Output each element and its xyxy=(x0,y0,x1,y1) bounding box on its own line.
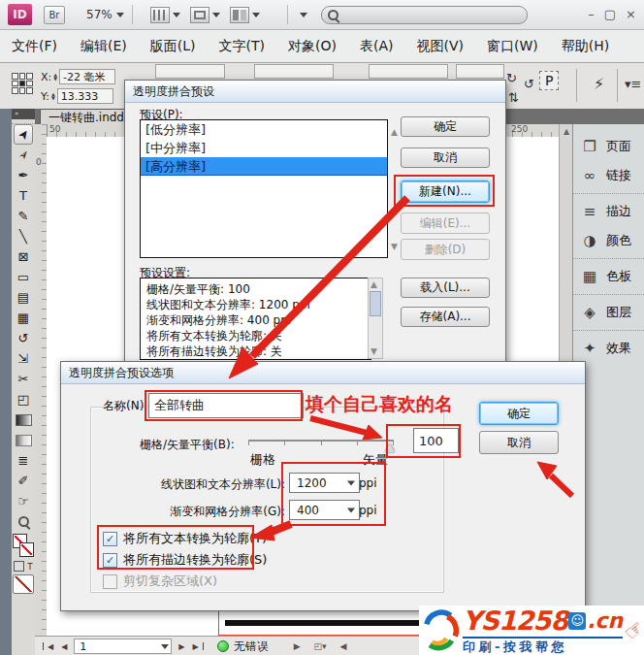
rotate-cw-icon[interactable]: ↻ xyxy=(506,71,517,85)
save-button[interactable]: 存储(A)... xyxy=(401,307,490,327)
presets-list[interactable]: [低分辨率] [中分辨率] [高分辨率] xyxy=(140,119,388,258)
direct-selection-tool[interactable]: ➢ xyxy=(14,145,33,165)
preflight-status-label[interactable]: 无错误 xyxy=(234,639,269,655)
preflight-status-icon[interactable] xyxy=(217,640,229,652)
menu-table[interactable]: 表(A) xyxy=(348,38,405,55)
delete-button[interactable]: 删除(D) xyxy=(401,239,490,260)
panel-tab-pages[interactable]: ❐ 页面 xyxy=(573,132,644,161)
frame-tool[interactable]: ⊠ xyxy=(14,246,33,267)
menu-file[interactable]: 文件(F) xyxy=(0,38,69,55)
line-tool[interactable]: ╲ xyxy=(14,226,33,246)
convert-strokes-checkbox[interactable]: ✓ 将所有描边转换为轮廓(S) xyxy=(103,551,267,569)
y-value-field[interactable]: 13.333 xyxy=(57,88,113,104)
quick-apply-icon[interactable]: ⚡ xyxy=(594,75,604,93)
scroll-up-icon[interactable]: ▲ xyxy=(370,279,377,289)
panel-tab-stroke[interactable]: ≡ 描边 xyxy=(573,197,644,226)
gradient-feather-tool[interactable] xyxy=(14,430,33,450)
menu-edit[interactable]: 编辑(E) xyxy=(69,38,139,55)
scroll-left-icon[interactable]: ◀ xyxy=(340,641,347,651)
gradient-tool[interactable] xyxy=(14,409,33,430)
save-indicator-icon[interactable]: ◰▾ xyxy=(314,641,327,651)
chevron-down-icon[interactable] xyxy=(252,13,260,17)
flip-icon[interactable]: ⇅ xyxy=(508,90,519,105)
scroll-down-icon[interactable]: ▼ xyxy=(391,242,398,251)
rotate-tool[interactable]: ↺ xyxy=(14,328,33,348)
panel-tab-links[interactable]: ∞ 链接 xyxy=(573,161,644,190)
ok-button[interactable]: 确定 xyxy=(479,402,559,425)
selection-tool[interactable]: ➤ xyxy=(14,124,33,145)
hand-tool[interactable]: ☞ xyxy=(14,491,33,511)
minimize-button[interactable]: – xyxy=(588,7,595,21)
x-value-field[interactable]: -22 毫米 xyxy=(59,69,115,84)
y-stepper[interactable]: ▲▼ xyxy=(51,92,55,100)
menu-window[interactable]: 窗口(W) xyxy=(475,38,550,55)
panel-tab-effects[interactable]: ✦ 效果 xyxy=(573,334,644,363)
balance-value-field[interactable]: 100 xyxy=(413,428,459,453)
list-item[interactable]: [低分辨率] xyxy=(141,120,387,139)
menu-object[interactable]: 对象(O) xyxy=(276,38,348,55)
formatting-affects-control[interactable]: T xyxy=(14,561,33,572)
pencil-tool[interactable]: ✎ xyxy=(14,206,33,226)
free-transform-tool[interactable]: ◰ xyxy=(14,389,33,409)
type-tool[interactable]: T xyxy=(14,185,33,206)
preflight-menu-icon[interactable]: ▶ xyxy=(294,641,301,651)
scroll-up-icon[interactable]: ▲ xyxy=(391,127,398,137)
convert-text-checkbox[interactable]: ✓ 将所有文本转换为轮廓(T) xyxy=(103,530,267,547)
scroll-thumb[interactable] xyxy=(370,291,381,316)
dialog-title-bar[interactable]: 透明度拼合预设选项 xyxy=(61,362,585,384)
arrange-documents-icon[interactable] xyxy=(230,7,249,23)
list-item[interactable]: [中分辨率] xyxy=(141,139,387,157)
search-input[interactable] xyxy=(321,6,528,24)
menu-type[interactable]: 文字(T) xyxy=(208,38,276,55)
x-stepper[interactable]: ▲▼ xyxy=(53,73,57,81)
control-panel-field[interactable] xyxy=(369,64,448,79)
scissors-tool[interactable]: ✂ xyxy=(14,369,33,389)
note-tool[interactable]: ≣ xyxy=(14,450,33,471)
close-button[interactable]: × xyxy=(626,7,636,21)
gradient-resolution-select[interactable]: 400 xyxy=(289,500,360,520)
control-panel-field[interactable] xyxy=(155,64,225,79)
settings-scrollbar[interactable]: ▲ ▼ xyxy=(368,278,383,359)
eyedropper-tool[interactable]: ✐ xyxy=(14,471,33,491)
scroll-down-icon[interactable]: ▼ xyxy=(370,346,377,356)
panel-tab-layers[interactable]: ◈ 图层 xyxy=(573,298,644,327)
paragraph-style-badge[interactable]: P xyxy=(539,71,559,90)
apply-none-button[interactable] xyxy=(13,574,34,594)
zoom-level-control[interactable]: 57% xyxy=(86,8,124,21)
view-options-icon[interactable] xyxy=(150,7,170,23)
stroke-swatch[interactable] xyxy=(19,542,34,557)
lineart-resolution-select[interactable]: 1200 xyxy=(289,473,360,493)
chevron-down-icon[interactable] xyxy=(173,13,180,17)
rectangle-tool[interactable]: ▭ xyxy=(14,267,33,287)
chevron-down-icon[interactable] xyxy=(212,13,220,17)
frame-grid-tool[interactable]: ▤ xyxy=(14,287,33,308)
list-item-selected[interactable]: [高分辨率] xyxy=(141,157,387,176)
control-panel-field[interactable] xyxy=(456,64,504,79)
panel-menu-icon[interactable]: ▾≡ xyxy=(625,77,641,91)
menu-view[interactable]: 视图(V) xyxy=(404,38,475,55)
control-panel-field[interactable] xyxy=(254,64,334,79)
balance-slider[interactable] xyxy=(248,440,394,442)
last-page-button[interactable]: ▶ xyxy=(188,642,202,651)
table-frame-tool[interactable]: ▦ xyxy=(14,308,33,328)
new-button[interactable]: 新建(N)... xyxy=(401,180,490,203)
fill-stroke-control[interactable] xyxy=(13,534,34,559)
next-page-button[interactable]: ▶ xyxy=(175,642,188,651)
toolbar-collapse-button[interactable]: » xyxy=(12,109,35,119)
reference-point-proxy[interactable] xyxy=(12,73,33,94)
name-input[interactable]: 全部转曲 xyxy=(148,393,304,418)
ok-button[interactable]: 确定 xyxy=(401,116,490,137)
bridge-button[interactable]: Br xyxy=(44,6,65,24)
screen-mode-icon[interactable] xyxy=(190,7,209,23)
cancel-button[interactable]: 取消 xyxy=(479,431,559,454)
zoom-tool[interactable] xyxy=(14,511,33,532)
menu-layout[interactable]: 版面(L) xyxy=(139,38,208,55)
scale-tool[interactable]: ⇲ xyxy=(14,348,33,369)
first-page-button[interactable]: ◀ xyxy=(44,642,57,651)
scroll-up-icon[interactable]: ▲ xyxy=(560,124,573,136)
panel-tab-swatches[interactable]: ▦ 色板 xyxy=(573,262,644,291)
dialog-title-bar[interactable]: 透明度拼合预设 xyxy=(125,81,505,103)
cancel-button[interactable]: 取消 xyxy=(401,147,490,168)
pen-tool[interactable]: ✒ xyxy=(14,165,33,185)
page-number-select[interactable]: 1 xyxy=(74,639,172,654)
